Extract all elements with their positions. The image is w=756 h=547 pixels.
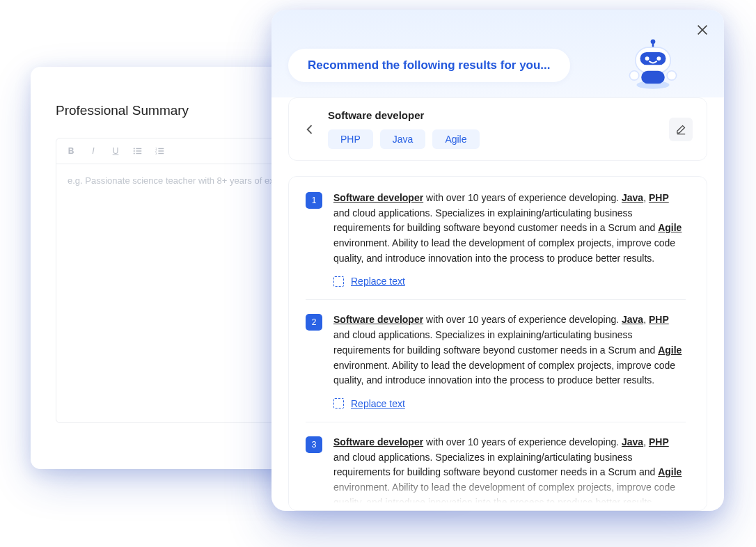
result-body: Software developer with over 10 years of… bbox=[333, 435, 686, 510]
close-icon[interactable] bbox=[695, 22, 710, 38]
tag-agile[interactable]: Agile bbox=[432, 129, 479, 149]
ordered-list-button[interactable]: 123 bbox=[155, 146, 165, 156]
result-number-badge: 2 bbox=[306, 314, 322, 331]
italic-button[interactable]: I bbox=[88, 146, 98, 156]
result-item[interactable]: 2Software developer with over 10 years o… bbox=[306, 312, 686, 422]
result-text: Software developer with over 10 years of… bbox=[333, 312, 686, 388]
svg-point-19 bbox=[645, 56, 649, 61]
result-text: Software developer with over 10 years of… bbox=[333, 435, 686, 510]
result-body: Software developer with over 10 years of… bbox=[333, 191, 686, 287]
svg-point-0 bbox=[134, 148, 135, 149]
replace-text-button[interactable]: Replace text bbox=[333, 398, 686, 409]
filter-title: Software developer bbox=[328, 109, 658, 121]
result-item[interactable]: 3Software developer with over 10 years o… bbox=[306, 435, 686, 510]
bold-button[interactable]: B bbox=[66, 146, 76, 156]
svg-point-15 bbox=[651, 39, 656, 44]
result-item[interactable]: 1Software developer with over 10 years o… bbox=[306, 191, 686, 300]
result-number-badge: 3 bbox=[306, 436, 322, 453]
tag-php[interactable]: PHP bbox=[328, 129, 373, 149]
underline-button[interactable]: U bbox=[111, 146, 120, 156]
replace-text-button[interactable]: Replace text bbox=[333, 276, 686, 287]
svg-point-22 bbox=[629, 71, 638, 80]
results-scroll[interactable]: 1Software developer with over 10 years o… bbox=[306, 191, 698, 510]
svg-rect-21 bbox=[641, 71, 665, 84]
result-body: Software developer with over 10 years of… bbox=[333, 312, 686, 409]
recommend-text: Recommend the following results for you.… bbox=[308, 58, 551, 72]
robot-icon bbox=[624, 33, 682, 92]
svg-point-4 bbox=[134, 152, 135, 154]
svg-point-2 bbox=[134, 150, 135, 152]
svg-rect-3 bbox=[136, 150, 141, 151]
results-container: 1Software developer with over 10 years o… bbox=[288, 176, 707, 511]
replace-text-label: Replace text bbox=[351, 398, 405, 409]
svg-point-23 bbox=[667, 71, 676, 80]
recommend-pill: Recommend the following results for you.… bbox=[288, 49, 570, 82]
svg-text:3: 3 bbox=[155, 152, 157, 155]
svg-rect-1 bbox=[136, 148, 141, 149]
tag-java[interactable]: Java bbox=[380, 129, 426, 149]
replace-icon bbox=[333, 276, 344, 287]
unordered-list-button[interactable] bbox=[133, 146, 143, 156]
result-text: Software developer with over 10 years of… bbox=[333, 191, 686, 266]
svg-rect-7 bbox=[158, 148, 164, 149]
replace-icon bbox=[333, 398, 344, 409]
svg-rect-5 bbox=[136, 153, 141, 154]
replace-text-label: Replace text bbox=[351, 276, 405, 287]
tag-row: PHP Java Agile bbox=[328, 129, 658, 149]
svg-rect-9 bbox=[158, 150, 164, 151]
panel-header: Recommend the following results for you.… bbox=[271, 10, 724, 97]
recommendation-panel: Recommend the following results for you.… bbox=[271, 10, 724, 511]
svg-rect-11 bbox=[158, 153, 164, 154]
edit-button[interactable] bbox=[669, 118, 693, 141]
chevron-left-icon[interactable] bbox=[303, 120, 317, 139]
filter-card: Software developer PHP Java Agile bbox=[288, 97, 707, 161]
svg-point-20 bbox=[656, 56, 661, 61]
result-number-badge: 1 bbox=[306, 192, 322, 209]
filter-main: Software developer PHP Java Agile bbox=[328, 109, 658, 149]
